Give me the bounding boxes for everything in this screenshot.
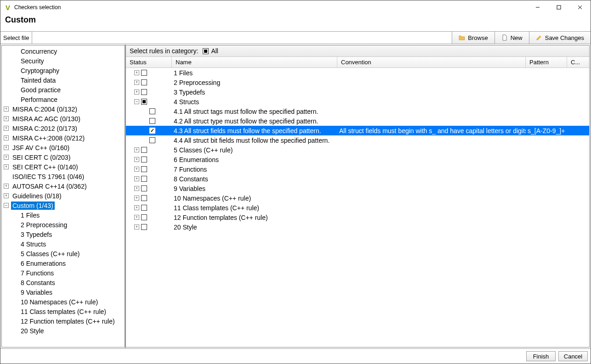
rule-checkbox[interactable]: [149, 137, 155, 143]
tree-item[interactable]: 11 Class templates (C++ rule): [2, 307, 125, 316]
expand-icon[interactable]: +: [134, 70, 139, 75]
tree-item[interactable]: +SEI CERT C++ (0/140): [2, 162, 125, 172]
tree-item[interactable]: –Custom (1/43): [2, 201, 125, 210]
tree-item[interactable]: 12 Function templates (C++ rule): [2, 316, 125, 326]
rule-row[interactable]: +3 Typedefs: [126, 87, 589, 97]
tree-item[interactable]: 6 Enumerations: [2, 258, 125, 268]
rule-checkbox[interactable]: [141, 185, 147, 191]
rule-checkbox[interactable]: [141, 157, 147, 162]
expand-icon[interactable]: +: [4, 145, 9, 150]
finish-button[interactable]: Finish: [526, 351, 556, 361]
tree-item[interactable]: Cryptography: [2, 66, 125, 75]
expand-icon[interactable]: +: [134, 215, 139, 220]
tree-item[interactable]: 10 Namespaces (C++ rule): [2, 297, 125, 307]
expand-icon[interactable]: +: [4, 155, 9, 160]
tree-item[interactable]: Concurrency: [2, 46, 125, 56]
rule-checkbox[interactable]: [141, 70, 147, 76]
tree-item[interactable]: 20 Style: [2, 326, 125, 336]
expand-icon[interactable]: +: [134, 167, 139, 172]
tree-item[interactable]: 2 Preprocessing: [2, 220, 125, 230]
tree-item[interactable]: +JSF AV C++ (0/160): [2, 143, 125, 152]
tree-item[interactable]: +MISRA C++:2008 (0/212): [2, 133, 125, 143]
tree-item[interactable]: +AUTOSAR C++14 (0/362): [2, 181, 125, 191]
tree-item[interactable]: +MISRA C:2012 (0/173): [2, 123, 125, 133]
rule-row[interactable]: +7 Functions: [126, 164, 589, 174]
expand-icon[interactable]: +: [134, 196, 139, 201]
rule-checkbox[interactable]: [149, 128, 155, 134]
tree-item[interactable]: 4 Structs: [2, 239, 125, 249]
collapse-icon[interactable]: –: [134, 99, 139, 104]
rule-checkbox[interactable]: [141, 99, 147, 105]
expand-icon[interactable]: +: [4, 193, 9, 198]
expand-icon[interactable]: +: [4, 126, 9, 131]
tree-item[interactable]: +MISRA AC AGC (0/130): [2, 114, 125, 123]
rule-row[interactable]: 4.1 All struct tags must follow the spec…: [126, 106, 589, 116]
expand-icon[interactable]: +: [134, 147, 139, 152]
rules-body[interactable]: +1 Files+2 Preprocessing+3 Typedefs–4 St…: [126, 68, 589, 347]
expand-icon[interactable]: +: [4, 135, 9, 140]
rule-row[interactable]: +20 Style: [126, 222, 589, 232]
tree-item[interactable]: Tainted data: [2, 75, 125, 85]
rule-checkbox[interactable]: [141, 89, 147, 95]
save-changes-button[interactable]: Save Changes: [529, 32, 591, 44]
rule-row[interactable]: +6 Enumerations: [126, 155, 589, 164]
rule-row[interactable]: +1 Files: [126, 68, 589, 78]
select-all-checkbox[interactable]: [203, 48, 209, 54]
expand-icon[interactable]: +: [4, 116, 9, 121]
expand-icon[interactable]: +: [134, 224, 139, 230]
rule-row[interactable]: +9 Variables: [126, 184, 589, 193]
tree-item[interactable]: +SEI CERT C (0/203): [2, 152, 125, 162]
expand-icon[interactable]: +: [4, 164, 9, 169]
expand-icon[interactable]: +: [134, 80, 139, 85]
rule-checkbox[interactable]: [149, 118, 155, 124]
tree-container[interactable]: ConcurrencySecurityCryptographyTainted d…: [1, 45, 125, 347]
tree-item[interactable]: Security: [2, 56, 125, 66]
col-last[interactable]: C...: [567, 57, 583, 67]
tree-item[interactable]: 3 Typedefs: [2, 230, 125, 239]
expand-icon[interactable]: +: [134, 176, 139, 181]
tree-item[interactable]: 1 Files: [2, 210, 125, 220]
rule-row[interactable]: +10 Namespaces (C++ rule): [126, 193, 589, 203]
tree-item[interactable]: 9 Variables: [2, 287, 125, 297]
expand-icon[interactable]: +: [134, 157, 139, 162]
rule-row[interactable]: 4.2 All struct type must follow the spec…: [126, 116, 589, 126]
expand-icon[interactable]: +: [4, 106, 9, 112]
col-name[interactable]: Name: [172, 57, 337, 67]
cancel-button[interactable]: Cancel: [558, 351, 588, 361]
close-button[interactable]: [569, 0, 591, 14]
tree-item[interactable]: 5 Classes (C++ rule): [2, 249, 125, 258]
collapse-icon[interactable]: –: [4, 203, 9, 208]
rule-row[interactable]: +12 Function templates (C++ rule): [126, 213, 589, 222]
rule-checkbox[interactable]: [141, 214, 147, 220]
tree-item[interactable]: Good practice: [2, 85, 125, 95]
expand-icon[interactable]: +: [4, 184, 9, 189]
maximize-button[interactable]: [548, 0, 569, 14]
col-pattern[interactable]: Pattern: [526, 57, 567, 67]
col-status[interactable]: Status: [126, 57, 172, 67]
rule-row[interactable]: +11 Class templates (C++ rule): [126, 203, 589, 213]
rule-checkbox[interactable]: [141, 147, 147, 153]
rule-row[interactable]: –4 Structs: [126, 97, 589, 106]
file-path-input[interactable]: [32, 32, 452, 44]
rule-row[interactable]: 4.3 All struct fields must follow the sp…: [126, 126, 589, 135]
rule-row[interactable]: +2 Preprocessing: [126, 78, 589, 87]
tree-item[interactable]: ISO/IEC TS 17961 (0/46): [2, 172, 125, 181]
rule-checkbox[interactable]: [149, 108, 155, 114]
tree-item[interactable]: Performance: [2, 95, 125, 104]
new-button[interactable]: New: [494, 32, 529, 44]
rule-checkbox[interactable]: [141, 79, 147, 85]
col-convention[interactable]: Convention: [337, 57, 526, 67]
expand-icon[interactable]: +: [134, 186, 139, 191]
tree-item[interactable]: +MISRA C:2004 (0/132): [2, 104, 125, 114]
expand-icon[interactable]: +: [134, 205, 139, 210]
browse-button[interactable]: Browse: [452, 32, 494, 44]
rule-checkbox[interactable]: [141, 176, 147, 182]
tree-item[interactable]: 7 Functions: [2, 268, 125, 278]
expand-icon[interactable]: +: [134, 90, 139, 95]
rule-row[interactable]: 4.4 All struct bit fields must follow th…: [126, 135, 589, 145]
minimize-button[interactable]: [527, 0, 548, 14]
rule-row[interactable]: +8 Constants: [126, 174, 589, 184]
tree-item[interactable]: 8 Constants: [2, 278, 125, 287]
tree-item[interactable]: +Guidelines (0/18): [2, 191, 125, 201]
rule-checkbox[interactable]: [141, 224, 147, 230]
